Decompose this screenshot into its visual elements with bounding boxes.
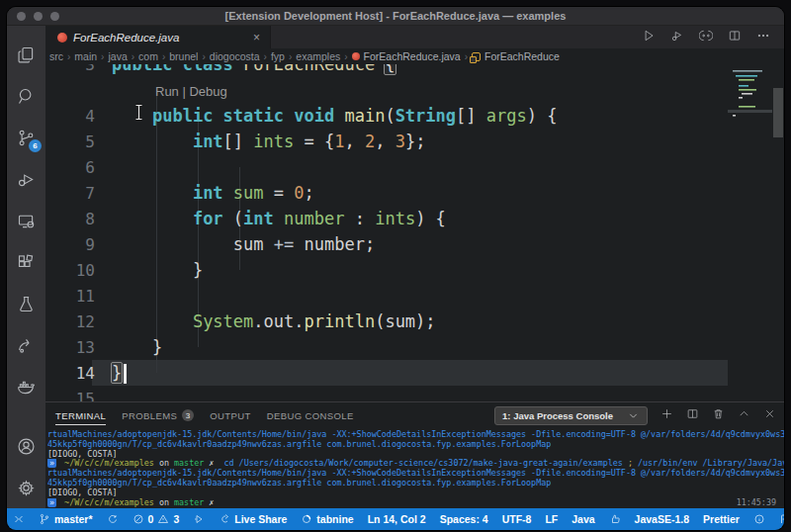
line-number[interactable]: 15	[45, 390, 112, 402]
settings-gear-icon[interactable]	[7, 467, 45, 508]
close-window-button[interactable]	[17, 12, 26, 21]
run-debug-icon[interactable]	[7, 158, 45, 200]
maximize-panel-icon[interactable]	[738, 406, 750, 424]
test-beaker-icon[interactable]	[7, 283, 45, 324]
eol-sequence[interactable]: LF	[545, 513, 558, 525]
line-number[interactable]: 12	[45, 312, 112, 331]
breadcrumb-item[interactable]: fyp	[271, 50, 285, 62]
tab-bar: ForEachReduce.java ×	[45, 26, 784, 48]
text-cursor	[124, 364, 127, 384]
formatter[interactable]: Prettier	[703, 513, 740, 525]
code-line[interactable]: 5 int[] ints = {1, 2, 3};	[45, 129, 728, 154]
indentation[interactable]: Spaces: 4	[440, 513, 488, 525]
panel-tab-debug-console[interactable]: DEBUG CONSOLE	[267, 406, 354, 425]
run-file-icon[interactable]	[642, 29, 656, 46]
split-editor-icon[interactable]	[728, 29, 742, 46]
line-number[interactable]: 13	[45, 338, 112, 357]
feedback-icon[interactable]	[779, 513, 785, 525]
line-number[interactable]: 8	[45, 210, 112, 228]
line-number[interactable]: 5	[45, 133, 112, 151]
mouse-ibeam-cursor	[134, 104, 143, 121]
language-mode[interactable]: Java	[571, 513, 594, 525]
cursor-position[interactable]: Ln 14, Col 2	[368, 513, 426, 525]
scrollbar-thumb[interactable]	[773, 88, 783, 137]
code-line[interactable]: 4 public static void main(String[] args)…	[45, 103, 728, 129]
terminal-line: » ~/W/c/c/m/examples on master ✗ cd /Use…	[47, 459, 784, 469]
live-share-button[interactable]: Live Share	[219, 513, 287, 525]
codelens-run-debug[interactable]: Run | Debug	[112, 84, 227, 99]
account-icon[interactable]	[7, 425, 45, 467]
line-number[interactable]: 10	[45, 261, 112, 280]
line-number[interactable]: 11	[45, 287, 112, 306]
panel-tab-problems[interactable]: PROBLEMS3	[122, 405, 194, 425]
line-number[interactable]: 7	[45, 184, 112, 203]
vscode-window: [Extension Development Host] - ForEachRe…	[6, 6, 785, 531]
breadcrumb-item[interactable]: src	[49, 50, 63, 62]
breadcrumb-item[interactable]: com	[138, 50, 158, 62]
line-number[interactable]: 3	[45, 64, 112, 74]
tab-foreachreduce[interactable]: ForEachReduce.java ×	[45, 26, 271, 48]
breadcrumb-item[interactable]: java	[108, 50, 127, 62]
terminal-picker-dropdown[interactable]: 1: Java Process Console	[494, 406, 648, 425]
code-line[interactable]: 3public class ForEachReduce {	[45, 64, 728, 77]
kill-terminal-icon[interactable]	[712, 406, 725, 424]
breadcrumb-separator: ›	[132, 51, 134, 62]
code-line[interactable]: 12 System.out.println(sum);	[45, 309, 728, 334]
error-icon	[132, 513, 144, 525]
line-number[interactable]: 9	[45, 235, 112, 254]
info-icon[interactable]	[753, 513, 765, 525]
line-number[interactable]: 14	[45, 364, 112, 383]
breadcrumb-item[interactable]: diogocosta	[210, 50, 260, 62]
run-status-icon[interactable]	[193, 513, 205, 525]
code-line[interactable]: 15	[45, 386, 728, 401]
breadcrumb-item[interactable]: main	[74, 50, 97, 62]
codelens-row[interactable]: Run | Debug	[45, 77, 728, 103]
breadcrumb-symbol[interactable]: ForEachReduce	[472, 50, 560, 62]
new-terminal-icon[interactable]	[660, 406, 673, 424]
remote-indicator[interactable]	[13, 513, 25, 525]
zoom-window-button[interactable]	[50, 12, 59, 21]
git-branch-status[interactable]: master*	[39, 513, 93, 525]
code-line[interactable]: 14}	[45, 360, 728, 386]
sync-icon[interactable]	[107, 513, 119, 525]
code-line[interactable]: 7 int sum = 0;	[45, 180, 728, 206]
remote-explorer-icon[interactable]	[7, 200, 45, 241]
minimize-window-button[interactable]	[34, 12, 43, 21]
line-number[interactable]: 6	[45, 158, 112, 177]
more-actions-icon[interactable]	[756, 29, 770, 46]
breadcrumb-folders: src›main›java›com›brunel›diogocosta›fyp›…	[49, 50, 340, 62]
extensions-icon[interactable]	[7, 241, 45, 283]
open-changes-icon[interactable]	[699, 29, 713, 46]
breadcrumb-item[interactable]: examples	[296, 50, 340, 62]
editor-scrollbar[interactable]	[772, 64, 784, 401]
code-line[interactable]: 6	[45, 154, 728, 180]
close-panel-icon[interactable]	[763, 406, 776, 424]
problems-status[interactable]: 0 3	[132, 513, 180, 525]
source-control-icon[interactable]: 6	[7, 117, 45, 158]
split-terminal-icon[interactable]	[686, 406, 699, 424]
encoding[interactable]: UTF-8	[502, 513, 532, 525]
code-line[interactable]: 8 for (int number : ints) {	[45, 206, 728, 231]
panel-tab-terminal[interactable]: TERMINAL	[55, 406, 106, 425]
code-line[interactable]: 10 }	[45, 257, 728, 283]
share-arrow-icon[interactable]	[7, 324, 45, 366]
breadcrumb-item[interactable]: brunel	[169, 50, 198, 62]
docker-icon[interactable]	[7, 366, 45, 407]
search-icon[interactable]	[7, 75, 45, 117]
thumbs-up-icon[interactable]	[609, 513, 621, 525]
panel-tab-output[interactable]: OUTPUT	[210, 406, 250, 425]
tabnine-button[interactable]: tabnine	[301, 513, 353, 525]
line-number[interactable]: 4	[45, 107, 112, 126]
run-or-debug-icon[interactable]	[670, 29, 684, 46]
title-bar[interactable]: [Extension Development Host] - ForEachRe…	[7, 7, 784, 26]
java-runtime[interactable]: JavaSE-1.8	[635, 513, 689, 525]
explorer-icon[interactable]	[7, 34, 45, 75]
code-line[interactable]: 9 sum += number;	[45, 231, 728, 257]
code-line[interactable]: 13 }	[45, 334, 728, 360]
code-line[interactable]: 11	[45, 283, 728, 309]
code-editor[interactable]: 3public class ForEachReduce {Run | Debug…	[45, 64, 784, 401]
tab-close-icon[interactable]: ×	[251, 31, 262, 44]
status-bar: master* 0 3 Live Share tabnine Ln 14, Co…	[7, 508, 784, 530]
terminal-output[interactable]: rtualMachines/adoptopenjdk-15.jdk/Conten…	[45, 428, 784, 508]
breadcrumb-file[interactable]: ForEachReduce.java	[352, 50, 461, 62]
